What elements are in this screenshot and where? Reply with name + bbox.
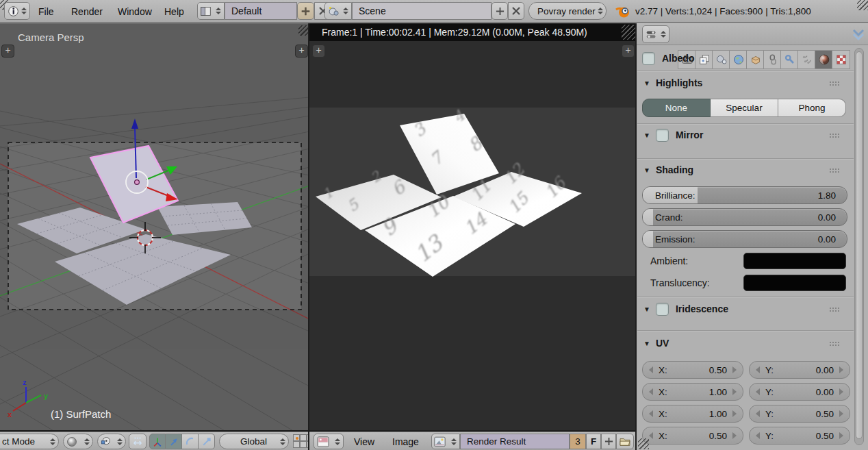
highlights-option-phong[interactable]: Phong — [778, 99, 846, 117]
open-image-button[interactable] — [616, 434, 634, 449]
increment-arrow-icon[interactable] — [839, 410, 843, 417]
menu-render[interactable]: Render — [71, 6, 103, 17]
collapse-triangle-icon[interactable]: ▼ — [643, 79, 650, 87]
translate-manipulator-button[interactable] — [166, 434, 182, 449]
region-expand-button[interactable]: + — [295, 45, 308, 58]
transform-orientation-dropdown[interactable]: Global — [219, 434, 289, 449]
editor-type-dropdown[interactable] — [642, 25, 669, 43]
emission-slider[interactable]: Emission: 0.00 — [642, 230, 847, 248]
area-corner-grip[interactable] — [298, 25, 309, 36]
highlights-option-none[interactable]: None — [642, 99, 711, 117]
uv-x-field-2[interactable]: X:1.00 — [642, 405, 743, 423]
collapse-triangle-icon[interactable]: ▼ — [643, 340, 650, 347]
pivot-point-dropdown[interactable] — [97, 434, 126, 449]
increment-arrow-icon[interactable] — [732, 410, 737, 417]
scale-manipulator-button[interactable] — [199, 434, 215, 449]
increment-arrow-icon[interactable] — [732, 432, 737, 439]
decrement-arrow-icon[interactable] — [756, 366, 760, 373]
screen-layout-name-field[interactable]: Default — [225, 2, 297, 20]
increment-arrow-icon[interactable] — [839, 366, 843, 373]
area-corner-grip[interactable] — [638, 438, 649, 449]
iridescence-checkbox[interactable] — [656, 303, 669, 316]
decrement-arrow-icon[interactable] — [649, 432, 653, 439]
uv-y-field-3[interactable]: Y:0.50 — [749, 427, 850, 445]
image-datablock-dropdown[interactable] — [431, 434, 460, 449]
albedo-checkbox[interactable] — [642, 52, 655, 65]
rotate-manipulator-button[interactable] — [182, 434, 199, 449]
panel-drag-grip[interactable] — [829, 81, 839, 86]
panel-albedo-header[interactable]: Albedo — [642, 51, 847, 66]
uv-y-field-1[interactable]: Y:0.00 — [749, 383, 850, 401]
add-scene-button[interactable] — [492, 2, 508, 20]
layers-widget[interactable] — [293, 434, 309, 449]
uv-y-field-2[interactable]: Y:0.50 — [749, 405, 850, 423]
manipulator-axes-button[interactable] — [149, 434, 166, 449]
translucency-color-swatch[interactable] — [743, 275, 846, 291]
decrement-arrow-icon[interactable] — [649, 388, 653, 395]
area-divider[interactable] — [635, 23, 637, 450]
uv-x-field-1[interactable]: X:1.00 — [642, 383, 743, 401]
menu-image[interactable]: Image — [392, 436, 419, 447]
manipulator-toggle-button[interactable] — [129, 434, 146, 449]
uv-x-field-0[interactable]: X:0.50 — [642, 361, 743, 379]
collapse-triangle-icon[interactable]: ▼ — [643, 166, 650, 174]
close-scene-button[interactable] — [508, 2, 524, 20]
fake-user-button[interactable]: F — [586, 434, 601, 449]
scene-name-field[interactable]: Scene — [352, 2, 492, 20]
area-divider[interactable] — [308, 23, 309, 450]
image-name-field[interactable]: Render Result — [460, 434, 570, 449]
render-engine-dropdown[interactable]: Povray render — [528, 2, 607, 20]
menu-view[interactable]: View — [354, 436, 374, 447]
chevron-down-icon[interactable] — [851, 27, 866, 42]
corner-grip[interactable] — [857, 0, 868, 10]
add-layout-button[interactable] — [297, 2, 314, 20]
area-corner-grip[interactable] — [622, 25, 637, 40]
increment-arrow-icon[interactable] — [732, 388, 737, 395]
decrement-arrow-icon[interactable] — [756, 410, 760, 417]
properties-scrollbar[interactable] — [854, 48, 864, 445]
panel-iridescence-header[interactable]: ▼ Iridescence — [643, 302, 849, 316]
menu-file[interactable]: File — [38, 6, 54, 17]
decrement-arrow-icon[interactable] — [649, 410, 653, 417]
viewport-3d[interactable]: z y x Camera Persp (1) SurfPatch + + — [0, 23, 309, 432]
panel-shading-header[interactable]: ▼ Shading — [643, 163, 849, 177]
uv-x-field-3[interactable]: X:0.50 — [642, 427, 743, 445]
panel-drag-grip[interactable] — [829, 341, 839, 346]
render-slot-field[interactable]: 3 — [570, 434, 586, 449]
uv-y-field-0[interactable]: Y:0.00 — [749, 361, 850, 379]
collapse-triangle-icon[interactable]: ▼ — [643, 132, 650, 139]
region-expand-button[interactable]: + — [312, 45, 325, 58]
increment-arrow-icon[interactable] — [839, 388, 843, 395]
mirror-checkbox[interactable] — [656, 129, 669, 142]
menu-help[interactable]: Help — [164, 6, 184, 17]
panel-drag-grip[interactable] — [829, 307, 839, 312]
region-expand-button[interactable]: + — [622, 45, 635, 58]
panel-mirror-header[interactable]: ▼ Mirror — [643, 128, 849, 142]
menu-window[interactable]: Window — [118, 6, 152, 17]
mode-dropdown[interactable]: ct Mode — [0, 434, 59, 449]
decrement-arrow-icon[interactable] — [756, 432, 760, 439]
scrollbar-thumb[interactable] — [856, 51, 863, 439]
screen-layout-icon-button[interactable] — [197, 2, 225, 20]
collapse-triangle-icon[interactable]: ▼ — [643, 305, 650, 313]
render-result-canvas[interactable]: 3 4 7 8 1 2 5 6 9 10 13 14 11 12 15 16 — [309, 41, 637, 432]
panel-uv-header[interactable]: ▼ UV — [643, 336, 849, 350]
area-divider[interactable] — [0, 430, 637, 432]
new-image-button[interactable] — [601, 434, 616, 449]
editor-type-dropdown[interactable] — [314, 434, 344, 449]
panel-drag-grip[interactable] — [829, 133, 839, 138]
ambient-color-swatch[interactable] — [743, 253, 846, 269]
highlights-option-specular[interactable]: Specular — [711, 99, 778, 117]
brilliance-slider[interactable]: Brilliance: 1.80 — [642, 186, 847, 204]
increment-arrow-icon[interactable] — [839, 432, 843, 439]
region-expand-button[interactable]: + — [1, 45, 14, 58]
crand-slider[interactable]: Crand: 0.00 — [642, 208, 847, 226]
decrement-arrow-icon[interactable] — [649, 366, 653, 373]
decrement-arrow-icon[interactable] — [756, 388, 760, 395]
viewport-shading-dropdown[interactable] — [63, 434, 93, 449]
panel-highlights-header[interactable]: ▼ Highlights — [643, 76, 849, 90]
panel-drag-grip[interactable] — [829, 168, 839, 173]
increment-arrow-icon[interactable] — [732, 366, 737, 373]
scene-icon-button[interactable] — [324, 2, 352, 20]
info-editor-button[interactable] — [4, 2, 30, 20]
